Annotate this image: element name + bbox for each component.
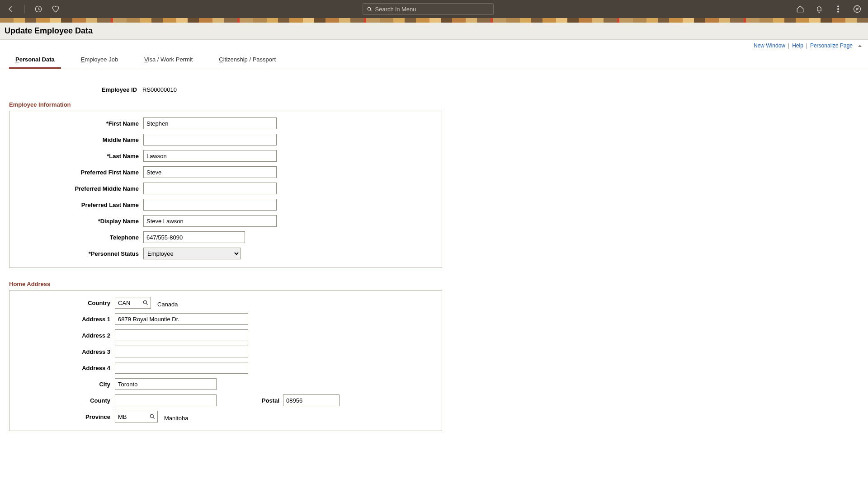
svg-point-5 [854, 6, 861, 13]
section-employee-info: *First Name Middle Name *Last Name Prefe… [9, 111, 442, 268]
tab-hotkey: P [15, 56, 19, 63]
tab-hotkey: V [144, 56, 148, 63]
personalize-page-link[interactable]: Personalize Page [810, 42, 853, 49]
display-name-input[interactable] [143, 215, 277, 227]
last-name-label: *Last Name [18, 153, 143, 160]
middle-name-label: Middle Name [18, 136, 143, 143]
pref-last-name-label: Preferred Last Name [18, 202, 143, 208]
top-navbar [0, 0, 868, 18]
lookup-icon[interactable] [149, 413, 156, 420]
tab-label-rest: ersonal Data [19, 56, 55, 63]
section-home-address-title: Home Address [9, 281, 859, 287]
svg-point-6 [143, 300, 146, 304]
city-input[interactable] [115, 378, 217, 390]
county-input[interactable] [115, 394, 217, 406]
employee-id-row: Employee ID RS00000010 [9, 86, 859, 93]
collapse-icon[interactable] [858, 45, 862, 47]
employee-id-value: RS00000010 [142, 86, 177, 93]
tab-personal-data[interactable]: Personal Data [9, 56, 61, 69]
address2-label: Address 2 [18, 332, 115, 339]
personnel-status-label: *Personnel Status [18, 250, 143, 257]
top-navbar-center [60, 3, 796, 15]
address3-input[interactable] [115, 346, 248, 357]
telephone-input[interactable] [143, 231, 245, 243]
employee-id-label: Employee ID [9, 86, 142, 93]
last-name-input[interactable] [143, 150, 277, 162]
svg-point-4 [838, 11, 839, 13]
page-title: Update Employee Data [5, 26, 93, 36]
tab-visa-work-permit[interactable]: Visa / Work Permit [138, 56, 199, 69]
pref-last-name-input[interactable] [143, 199, 277, 211]
address2-input[interactable] [115, 329, 248, 341]
tab-employee-job[interactable]: Employee Job [75, 56, 124, 69]
menu-search[interactable] [363, 3, 494, 15]
province-lookup [115, 411, 158, 422]
postal-block: Postal [262, 394, 340, 406]
postal-label: Postal [262, 397, 279, 404]
content-area: Employee ID RS00000010 Employee Informat… [0, 69, 868, 431]
address4-label: Address 4 [18, 365, 115, 371]
middle-name-input[interactable] [143, 134, 277, 145]
top-navbar-left [6, 5, 60, 14]
pref-middle-name-label: Preferred Middle Name [18, 185, 143, 192]
tab-label-rest: isa / Work Permit [148, 56, 193, 63]
search-input[interactable] [375, 6, 490, 13]
tab-citizenship-passport[interactable]: Citizenship / Passport [212, 56, 282, 69]
address3-label: Address 3 [18, 348, 115, 355]
section-home-address: Country Canada Address 1 Address 2 Addre… [9, 290, 442, 431]
tab-label-rest: itizenship / Passport [223, 56, 276, 63]
top-navbar-right [796, 5, 862, 14]
first-name-input[interactable] [143, 117, 277, 129]
tab-label-rest: mployee Job [85, 56, 118, 63]
country-lookup [115, 297, 151, 309]
back-icon[interactable] [6, 5, 15, 14]
svg-point-3 [838, 9, 839, 10]
first-name-label: *First Name [18, 120, 143, 127]
pref-first-name-label: Preferred First Name [18, 169, 143, 176]
separator: | [788, 42, 789, 49]
city-label: City [18, 381, 115, 388]
recent-icon[interactable] [34, 5, 43, 14]
address1-input[interactable] [115, 313, 248, 325]
svg-point-2 [838, 6, 839, 7]
navigator-icon[interactable] [853, 5, 862, 14]
new-window-link[interactable]: New Window [754, 42, 785, 49]
province-label: Province [18, 413, 115, 420]
address1-label: Address 1 [18, 316, 115, 323]
svg-point-1 [368, 7, 371, 10]
decor-stripe [0, 18, 868, 23]
display-name-label: *Display Name [18, 218, 143, 225]
separator: | [806, 42, 807, 49]
page-links: New Window | Help | Personalize Page [0, 40, 868, 49]
favorite-icon[interactable] [51, 5, 60, 14]
lookup-icon[interactable] [142, 300, 149, 306]
address4-input[interactable] [115, 362, 248, 374]
tab-hotkey: C [219, 56, 223, 63]
search-icon [367, 6, 373, 12]
pref-first-name-input[interactable] [143, 166, 277, 178]
personnel-status-select[interactable]: Employee [143, 248, 241, 259]
country-name: Canada [157, 298, 178, 308]
telephone-label: Telephone [18, 234, 143, 241]
actions-icon[interactable] [834, 5, 843, 14]
country-label: Country [18, 300, 115, 306]
section-employee-info-title: Employee Information [9, 101, 859, 108]
notifications-icon[interactable] [815, 5, 824, 14]
svg-point-7 [150, 414, 153, 418]
help-link[interactable]: Help [792, 42, 803, 49]
pref-middle-name-input[interactable] [143, 183, 277, 194]
county-label: County [18, 397, 115, 404]
home-icon[interactable] [796, 5, 805, 14]
province-name: Manitoba [164, 412, 188, 422]
divider [24, 5, 25, 13]
page-title-bar: Update Employee Data [0, 23, 868, 40]
postal-input[interactable] [283, 394, 340, 406]
tab-strip: Personal Data Employee Job Visa / Work P… [0, 49, 868, 69]
